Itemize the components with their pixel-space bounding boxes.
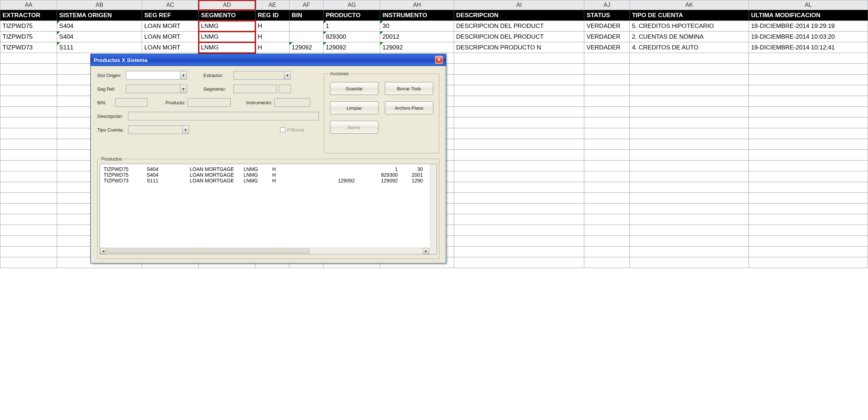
cell[interactable] bbox=[749, 118, 868, 128]
cell[interactable] bbox=[584, 193, 629, 204]
cell[interactable] bbox=[454, 171, 584, 182]
cell[interactable] bbox=[749, 107, 868, 118]
cell[interactable]: 1 bbox=[324, 21, 380, 32]
cell[interactable] bbox=[289, 32, 324, 42]
cell[interactable] bbox=[629, 247, 749, 257]
borrar-todo-button[interactable]: Borrar Todo bbox=[385, 82, 433, 95]
cell[interactable] bbox=[454, 225, 584, 236]
cell[interactable]: 20012 bbox=[380, 32, 454, 42]
cell[interactable] bbox=[584, 85, 629, 96]
cell[interactable]: DESCRIPCION DEL PRODUCT bbox=[454, 32, 584, 42]
cell[interactable] bbox=[0, 193, 57, 204]
cell[interactable] bbox=[749, 53, 868, 64]
cell[interactable] bbox=[629, 118, 749, 128]
cell[interactable]: LOAN MORT bbox=[142, 32, 199, 42]
cell[interactable] bbox=[454, 85, 584, 96]
cell[interactable]: S404 bbox=[57, 32, 142, 42]
cell[interactable] bbox=[584, 64, 629, 75]
cell[interactable] bbox=[629, 107, 749, 118]
cell[interactable]: S404 bbox=[57, 21, 142, 32]
cell[interactable] bbox=[0, 161, 57, 171]
column-header-AC[interactable]: AC bbox=[142, 0, 199, 10]
productos-listbox[interactable]: TIZPWD75S404LOAN MORTGAGELNMGH130TIZPWD7… bbox=[100, 164, 437, 254]
cell[interactable] bbox=[0, 225, 57, 236]
cell[interactable]: 5. CREDITOS HIPOTECARIO bbox=[629, 21, 749, 32]
cell[interactable] bbox=[584, 96, 629, 107]
cell[interactable]: LNMG bbox=[199, 32, 255, 42]
scroll-right-icon[interactable]: ► bbox=[423, 248, 429, 254]
cell[interactable] bbox=[0, 85, 57, 96]
cell[interactable] bbox=[0, 214, 57, 225]
cell[interactable] bbox=[0, 107, 57, 118]
cell[interactable]: LOAN MORT bbox=[142, 21, 199, 32]
cell[interactable] bbox=[0, 257, 57, 268]
table-row[interactable]: TIZPWD75S404LOAN MORTLNMGH82930020012DES… bbox=[0, 32, 868, 42]
cell[interactable] bbox=[629, 64, 749, 75]
cell[interactable] bbox=[629, 53, 749, 64]
cell[interactable]: 18-DICIEMBRE-2014 19:29:19 bbox=[749, 21, 868, 32]
cell[interactable]: DESCRIPCION DEL PRODUCT bbox=[454, 21, 584, 32]
cell[interactable] bbox=[584, 204, 629, 214]
cell[interactable]: 19-DICIEMBRE-2014 10:12:41 bbox=[749, 42, 868, 53]
cell[interactable] bbox=[584, 75, 629, 85]
sist-origen-combo[interactable]: ▼ bbox=[126, 71, 187, 80]
cell[interactable]: 129092 bbox=[289, 42, 324, 53]
cell[interactable] bbox=[0, 96, 57, 107]
cell[interactable] bbox=[454, 128, 584, 139]
limpiar-button[interactable]: Limpiar bbox=[330, 101, 378, 114]
archivo-plano-button[interactable]: Archivo Plano bbox=[385, 101, 433, 114]
column-header-AA[interactable]: AA bbox=[0, 0, 57, 10]
cell[interactable] bbox=[749, 236, 868, 247]
cell[interactable]: VERDADER bbox=[584, 32, 629, 42]
cell[interactable] bbox=[0, 247, 57, 257]
cell[interactable] bbox=[584, 257, 629, 268]
cell[interactable] bbox=[629, 75, 749, 85]
cell[interactable]: H bbox=[255, 42, 289, 53]
cell[interactable] bbox=[629, 171, 749, 182]
cell[interactable] bbox=[629, 204, 749, 214]
horizontal-scrollbar[interactable]: ◄ ► bbox=[100, 248, 429, 254]
cell[interactable] bbox=[749, 128, 868, 139]
cell[interactable] bbox=[454, 214, 584, 225]
scroll-left-icon[interactable]: ◄ bbox=[100, 248, 107, 254]
cell[interactable] bbox=[0, 53, 57, 64]
cell[interactable]: TIZPWD75 bbox=[0, 32, 57, 42]
cell[interactable] bbox=[0, 75, 57, 85]
cell[interactable]: TIZPWD75 bbox=[0, 21, 57, 32]
cell[interactable] bbox=[629, 96, 749, 107]
cell[interactable] bbox=[0, 182, 57, 193]
cell[interactable] bbox=[454, 107, 584, 118]
guardar-button[interactable]: Guardar bbox=[330, 82, 378, 95]
cell[interactable] bbox=[584, 150, 629, 161]
scroll-thumb[interactable] bbox=[107, 249, 310, 253]
cell[interactable] bbox=[749, 139, 868, 150]
cell[interactable]: 2. CUENTAS DE NÓMINA bbox=[629, 32, 749, 42]
column-header-AE[interactable]: AE bbox=[255, 0, 289, 10]
cell[interactable] bbox=[629, 225, 749, 236]
cell[interactable]: LNMG bbox=[199, 21, 255, 32]
cell[interactable] bbox=[749, 182, 868, 193]
cell[interactable] bbox=[749, 225, 868, 236]
cell[interactable]: VERDADER bbox=[584, 42, 629, 53]
cell[interactable] bbox=[454, 64, 584, 75]
close-icon[interactable]: ✕ bbox=[435, 56, 443, 64]
cell[interactable]: H bbox=[255, 21, 289, 32]
cell[interactable] bbox=[0, 118, 57, 128]
cell[interactable] bbox=[629, 182, 749, 193]
cell[interactable] bbox=[749, 204, 868, 214]
cell[interactable] bbox=[749, 161, 868, 171]
column-header-AK[interactable]: AK bbox=[629, 0, 749, 10]
cell[interactable] bbox=[454, 247, 584, 257]
column-header-AB[interactable]: AB bbox=[57, 0, 142, 10]
cell[interactable] bbox=[584, 161, 629, 171]
cell[interactable] bbox=[584, 171, 629, 182]
cell[interactable]: 30 bbox=[380, 21, 454, 32]
cell[interactable] bbox=[0, 128, 57, 139]
cell[interactable] bbox=[0, 204, 57, 214]
cell[interactable] bbox=[454, 182, 584, 193]
vertical-scrollbar[interactable] bbox=[430, 164, 437, 248]
table-row[interactable]: TIZPWD73S111LOAN MORTLNMGH12909212909212… bbox=[0, 42, 868, 53]
cell[interactable] bbox=[454, 236, 584, 247]
cell[interactable]: 4. CREDITOS DE AUTO bbox=[629, 42, 749, 53]
cell[interactable] bbox=[584, 53, 629, 64]
